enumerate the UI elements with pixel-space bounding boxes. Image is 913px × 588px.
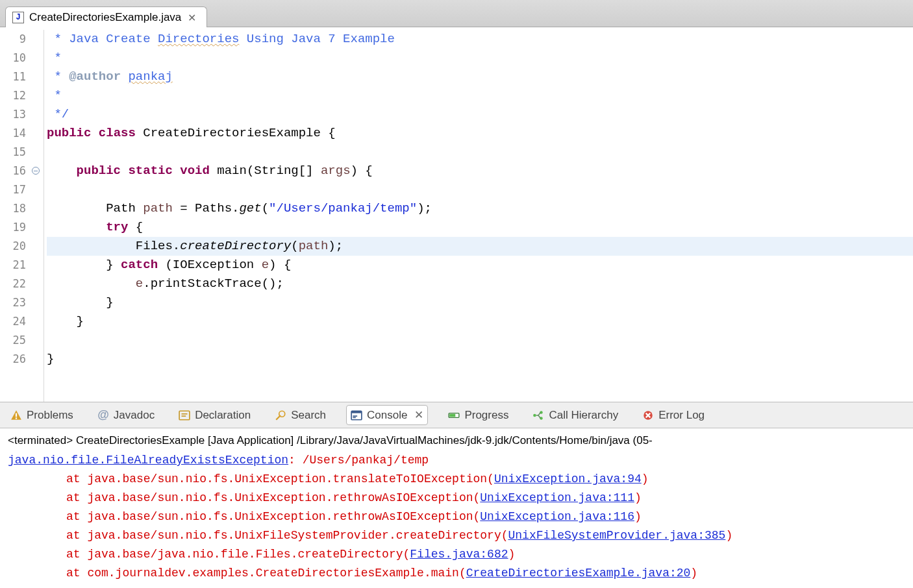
view-tab-javadoc[interactable]: @Javadoc (94, 406, 158, 424)
code-line[interactable]: * (47, 49, 913, 67)
stack-trace-link[interactable]: CreateDirectoriesExample.java:20 (466, 567, 691, 580)
svg-rect-8 (351, 411, 362, 413)
exception-class[interactable]: java.nio.file.FileAlreadyExistsException (8, 454, 288, 467)
javadoc-icon: @ (97, 410, 109, 421)
stack-trace-link[interactable]: UnixException.java:111 (480, 491, 634, 504)
code-body[interactable]: * Java Create Directories Using Java 7 E… (44, 30, 913, 402)
view-tab-progress[interactable]: Progress (444, 406, 512, 424)
view-tab-declaration[interactable]: Declaration (175, 406, 255, 424)
view-tab-label: Progress (464, 409, 508, 422)
stack-trace-line: at java.base/sun.nio.fs.UnixException.tr… (8, 470, 910, 489)
stack-trace-link[interactable]: UnixException.java:116 (480, 510, 634, 523)
view-tab-label: Call Hierarchy (549, 409, 618, 422)
svg-rect-1 (16, 417, 17, 419)
view-tab-console[interactable]: Console✕ (346, 405, 428, 425)
bottom-view-tabs: Problems@JavadocDeclarationSearchConsole… (0, 402, 913, 428)
stack-trace-line: at com.journaldev.examples.CreateDirecto… (8, 564, 910, 583)
code-line[interactable]: * (47, 86, 913, 105)
java-file-icon: J (12, 12, 24, 23)
exception-message: /Users/pankaj/temp (303, 454, 429, 467)
code-line[interactable]: Path path = Paths.get("/Users/pankaj/tem… (47, 199, 913, 218)
editor-tab-close-icon[interactable]: ✕ (186, 12, 197, 24)
view-tab-label: Problems (27, 409, 73, 422)
code-line[interactable]: Files.createDirectory(path); (47, 237, 913, 256)
svg-rect-2 (179, 411, 190, 420)
code-line[interactable]: */ (47, 105, 913, 124)
problems-icon (10, 410, 22, 421)
stack-trace-line: at java.base/java.nio.file.Files.createD… (8, 545, 910, 564)
stack-trace-link[interactable]: Files.java:682 (410, 548, 508, 561)
code-line[interactable]: e.printStackTrace(); (47, 275, 913, 293)
progress-icon (448, 410, 460, 421)
stack-trace-line: at java.base/sun.nio.fs.UnixException.re… (8, 508, 910, 526)
view-tab-close-icon[interactable]: ✕ (414, 408, 423, 422)
view-tab-errorlog[interactable]: Error Log (638, 406, 708, 424)
console-icon (351, 410, 362, 421)
editor-tabbar: J CreateDirectoriesExample.java ✕ (0, 0, 913, 27)
view-tab-label: Javadoc (114, 409, 155, 422)
svg-point-6 (279, 411, 285, 417)
code-line[interactable]: } (47, 312, 913, 331)
exception-line: java.nio.file.FileAlreadyExistsException… (8, 451, 910, 470)
view-tab-label: Error Log (658, 409, 705, 422)
console-status: <terminated> CreateDirectoriesExample [J… (8, 431, 910, 450)
view-tab-problems[interactable]: Problems (6, 406, 77, 424)
fold-gutter (30, 30, 44, 402)
line-number-gutter: 91011121314151617181920212223242526 (0, 30, 30, 402)
code-line[interactable] (47, 180, 913, 199)
view-tab-label: Search (291, 409, 326, 422)
stack-trace-link[interactable]: UnixException.java:94 (494, 472, 642, 485)
svg-rect-12 (450, 413, 456, 417)
ide-root: J CreateDirectoriesExample.java ✕ 910111… (0, 0, 913, 588)
callhier-icon (532, 410, 544, 421)
code-editor[interactable]: 91011121314151617181920212223242526 * Ja… (0, 27, 913, 402)
search-icon (275, 410, 286, 421)
editor-tab-filename: CreateDirectoriesExample.java (29, 11, 181, 24)
code-line[interactable] (47, 143, 913, 162)
code-line[interactable]: public static void main(String[] args) { (47, 162, 913, 180)
console-view: <terminated> CreateDirectoriesExample [J… (0, 428, 913, 588)
code-line[interactable] (47, 331, 913, 350)
svg-point-13 (534, 413, 537, 417)
stack-trace: at java.base/sun.nio.fs.UnixException.tr… (8, 470, 910, 583)
code-line[interactable]: } (47, 350, 913, 369)
stack-trace-link[interactable]: UnixFileSystemProvider.java:385 (508, 529, 726, 542)
view-tab-search[interactable]: Search (271, 406, 330, 424)
code-line[interactable]: public class CreateDirectoriesExample { (47, 124, 913, 143)
view-tab-label: Console (367, 409, 407, 422)
errorlog-icon (642, 410, 654, 421)
stack-trace-line: at java.base/sun.nio.fs.UnixFileSystemPr… (8, 526, 910, 545)
code-line[interactable]: } (47, 293, 913, 312)
code-line[interactable]: * @author pankaj (47, 67, 913, 86)
fold-toggle-icon[interactable] (32, 167, 40, 175)
code-line[interactable]: try { (47, 218, 913, 237)
declaration-icon (179, 410, 190, 421)
svg-rect-0 (16, 413, 17, 417)
view-tab-callhier[interactable]: Call Hierarchy (529, 406, 622, 424)
editor-tab[interactable]: J CreateDirectoriesExample.java ✕ (5, 6, 207, 27)
stack-trace-line: at java.base/sun.nio.fs.UnixException.re… (8, 489, 910, 508)
code-line[interactable]: } catch (IOException e) { (47, 256, 913, 275)
view-tab-label: Declaration (195, 409, 251, 422)
code-line[interactable]: * Java Create Directories Using Java 7 E… (47, 30, 913, 49)
